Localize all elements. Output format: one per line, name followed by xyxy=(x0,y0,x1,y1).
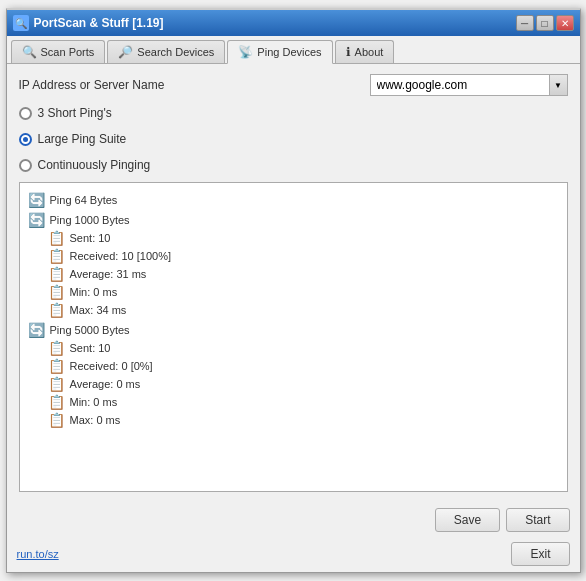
result-text-6: Max: 34 ms xyxy=(70,304,127,316)
result-text-4: Average: 31 ms xyxy=(70,268,147,280)
radio-short-label: 3 Short Ping's xyxy=(38,106,112,120)
info-result-icon: 📋 xyxy=(48,266,65,282)
result-item-8: 📋Sent: 10 xyxy=(28,339,559,357)
result-item-4: 📋Average: 31 ms xyxy=(28,265,559,283)
result-text-3: Received: 10 [100%] xyxy=(70,250,172,262)
radio-continuous-label: Continuously Pinging xyxy=(38,158,151,172)
result-text-9: Received: 0 [0%] xyxy=(70,360,153,372)
result-text-1: Ping 1000 Bytes xyxy=(50,214,130,226)
website-link[interactable]: run.to/sz xyxy=(17,548,59,560)
app-icon: 🔍 xyxy=(13,15,29,31)
tab-search-devices-label: Search Devices xyxy=(137,46,214,58)
result-item-3: 📋Received: 10 [100%] xyxy=(28,247,559,265)
tab-ping-devices-label: Ping Devices xyxy=(257,46,321,58)
ping-devices-icon: 📡 xyxy=(238,45,253,59)
tab-about-label: About xyxy=(355,46,384,58)
bottom-bar: Save Start xyxy=(7,502,580,538)
tab-search-devices[interactable]: 🔎 Search Devices xyxy=(107,40,225,63)
result-text-11: Min: 0 ms xyxy=(70,396,118,408)
tab-bar: 🔍 Scan Ports 🔎 Search Devices 📡 Ping Dev… xyxy=(7,36,580,64)
tab-ping-devices[interactable]: 📡 Ping Devices xyxy=(227,40,332,64)
result-text-10: Average: 0 ms xyxy=(70,378,141,390)
result-text-12: Max: 0 ms xyxy=(70,414,121,426)
window-title: PortScan & Stuff [1.19] xyxy=(34,16,164,30)
title-bar-left: 🔍 PortScan & Stuff [1.19] xyxy=(13,15,164,31)
tab-scan-ports[interactable]: 🔍 Scan Ports xyxy=(11,40,106,63)
maximize-button[interactable]: □ xyxy=(536,15,554,31)
info-result-icon: 📋 xyxy=(48,412,65,428)
radio-short-ping[interactable]: 3 Short Ping's xyxy=(19,104,568,122)
info-result-icon: 📋 xyxy=(48,394,65,410)
ping-result-icon: 🔄 xyxy=(28,212,45,228)
ip-dropdown-arrow[interactable]: ▼ xyxy=(550,74,568,96)
result-item-9: 📋Received: 0 [0%] xyxy=(28,357,559,375)
ip-input[interactable] xyxy=(370,74,550,96)
result-text-7: Ping 5000 Bytes xyxy=(50,324,130,336)
ip-address-row: IP Address or Server Name ▼ xyxy=(19,74,568,96)
radio-continuous-ping[interactable]: Continuously Pinging xyxy=(19,156,568,174)
main-window: 🔍 PortScan & Stuff [1.19] ─ □ ✕ 🔍 Scan P… xyxy=(6,8,581,573)
result-item-6: 📋Max: 34 ms xyxy=(28,301,559,319)
action-buttons: Save Start xyxy=(435,508,570,532)
info-result-icon: 📋 xyxy=(48,340,65,356)
result-item-12: 📋Max: 0 ms xyxy=(28,411,559,429)
radio-large-btn[interactable] xyxy=(19,133,32,146)
result-item-11: 📋Min: 0 ms xyxy=(28,393,559,411)
result-item-0: 🔄Ping 64 Bytes xyxy=(28,191,559,209)
minimize-button[interactable]: ─ xyxy=(516,15,534,31)
info-result-icon: 📋 xyxy=(48,230,65,246)
about-icon: ℹ xyxy=(346,45,351,59)
radio-large-ping[interactable]: Large Ping Suite xyxy=(19,130,568,148)
ping-result-icon: 🔄 xyxy=(28,192,45,208)
results-panel[interactable]: 🔄Ping 64 Bytes🔄Ping 1000 Bytes📋Sent: 10📋… xyxy=(19,182,568,492)
search-devices-icon: 🔎 xyxy=(118,45,133,59)
info-result-icon: 📋 xyxy=(48,248,65,264)
info-result-icon: 📋 xyxy=(48,284,65,300)
close-button[interactable]: ✕ xyxy=(556,15,574,31)
info-result-icon: 📋 xyxy=(48,302,65,318)
footer-bar: run.to/sz Exit xyxy=(7,538,580,572)
main-content: IP Address or Server Name ▼ 3 Short Ping… xyxy=(7,64,580,502)
scan-ports-icon: 🔍 xyxy=(22,45,37,59)
title-controls: ─ □ ✕ xyxy=(516,15,574,31)
result-text-2: Sent: 10 xyxy=(70,232,111,244)
radio-continuous-btn[interactable] xyxy=(19,159,32,172)
radio-large-dot xyxy=(23,137,28,142)
tab-scan-ports-label: Scan Ports xyxy=(41,46,95,58)
exit-button[interactable]: Exit xyxy=(511,542,569,566)
result-text-0: Ping 64 Bytes xyxy=(50,194,118,206)
ip-label: IP Address or Server Name xyxy=(19,78,165,92)
ip-dropdown: ▼ xyxy=(370,74,568,96)
result-text-5: Min: 0 ms xyxy=(70,286,118,298)
title-bar: 🔍 PortScan & Stuff [1.19] ─ □ ✕ xyxy=(7,10,580,36)
result-item-2: 📋Sent: 10 xyxy=(28,229,559,247)
result-item-10: 📋Average: 0 ms xyxy=(28,375,559,393)
radio-large-label: Large Ping Suite xyxy=(38,132,127,146)
result-item-5: 📋Min: 0 ms xyxy=(28,283,559,301)
start-button[interactable]: Start xyxy=(506,508,569,532)
result-item-7: 🔄Ping 5000 Bytes xyxy=(28,321,559,339)
ping-result-icon: 🔄 xyxy=(28,322,45,338)
info-result-icon: 📋 xyxy=(48,358,65,374)
save-button[interactable]: Save xyxy=(435,508,500,532)
tab-about[interactable]: ℹ About xyxy=(335,40,395,63)
radio-short-btn[interactable] xyxy=(19,107,32,120)
result-text-8: Sent: 10 xyxy=(70,342,111,354)
result-item-1: 🔄Ping 1000 Bytes xyxy=(28,211,559,229)
info-result-icon: 📋 xyxy=(48,376,65,392)
